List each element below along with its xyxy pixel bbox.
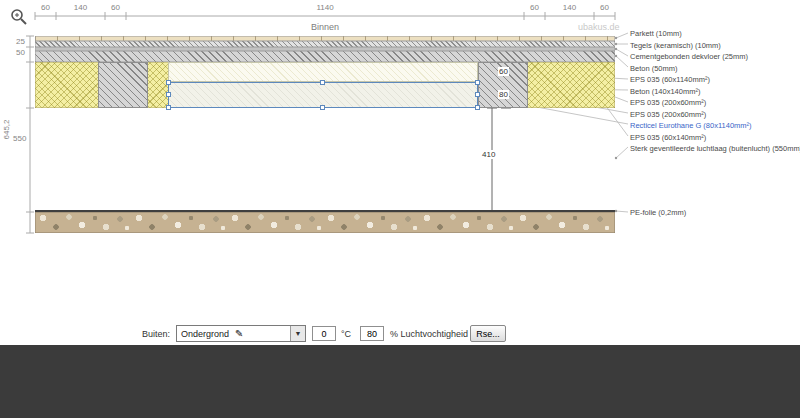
selection-handle[interactable] (166, 80, 171, 85)
label-eps-200x60-b[interactable]: EPS 035 (200x60mm²) (630, 110, 706, 119)
layer-ondergrond[interactable] (35, 212, 615, 233)
ruler-top-60c: 60 (530, 3, 539, 12)
layer-beton-column-left[interactable] (98, 62, 148, 108)
ruler-top-60d: 60 (600, 3, 609, 12)
ruler-top-1140: 1140 (316, 3, 333, 12)
dim-60: 60 (498, 67, 509, 76)
ruler-left-550: 550 (13, 134, 26, 143)
ruler-top-140b: 140 (563, 3, 576, 12)
selection-handle[interactable] (475, 92, 480, 97)
dim-410: 410 (481, 150, 496, 159)
outside-temperature-input[interactable] (312, 326, 336, 341)
label-eps-60x1140[interactable]: EPS 035 (60x1140mm²) (630, 75, 710, 84)
construction-canvas: ubakus.de 60 140 60 1140 60 140 60 Binne… (0, 0, 800, 345)
watermark: ubakus.de (578, 22, 620, 32)
label-recticel[interactable]: Recticel Eurothane G (80x1140mm²) (630, 121, 752, 130)
ruler-top-140a: 140 (74, 3, 87, 12)
buiten-material-value: Ondergrond (181, 329, 229, 339)
layer-eps-60x1140[interactable] (168, 62, 478, 82)
binnen-label: Binnen (311, 22, 339, 32)
ubakus-app: ubakus.de 60 140 60 1140 60 140 60 Binne… (0, 0, 800, 418)
temp-unit-label: °C (341, 329, 351, 339)
label-beton-140[interactable]: Beton (140x140mm²) (630, 87, 700, 96)
dim-80: 80 (498, 90, 509, 99)
selection-handle[interactable] (320, 105, 325, 110)
edit-pencil-icon[interactable]: ✎ (235, 328, 243, 339)
label-eps-200x60-a[interactable]: EPS 035 (200x60mm²) (630, 98, 706, 107)
selection-handle[interactable] (320, 80, 325, 85)
selection-handle[interactable] (166, 92, 171, 97)
buiten-label: Buiten: (142, 329, 170, 339)
label-luchtlaag[interactable]: Sterk geventileerde luchtlaag (buitenluc… (630, 144, 800, 153)
buiten-material-select[interactable]: Ondergrond✎ ▼ (176, 325, 306, 342)
ruler-left-50: 50 (16, 48, 25, 57)
label-beton-50[interactable]: Beton (50mm) (630, 64, 678, 73)
label-parkett[interactable]: Parkett (10mm) (630, 29, 682, 38)
results-panel: Rc = 4,015m²K/W Bouwbesluit 2015 Rc>3.5 … (0, 345, 800, 418)
label-eps-60x140[interactable]: EPS 035 (60x140mm²) (630, 133, 706, 142)
layer-beton-slab[interactable] (35, 51, 615, 62)
zoom-icon[interactable] (10, 8, 28, 26)
layer-recticel-selected[interactable] (168, 82, 478, 108)
label-tegels[interactable]: Tegels (keramisch) (10mm) (630, 41, 721, 50)
ruler-left-25: 25 (16, 37, 25, 46)
rse-button[interactable]: Rse... (470, 325, 506, 342)
ruler-top-60b: 60 (111, 3, 120, 12)
selection-handle[interactable] (166, 105, 171, 110)
select-chevron-down-icon[interactable]: ▼ (290, 326, 305, 341)
humidity-input[interactable] (360, 326, 384, 341)
selection-handle[interactable] (475, 105, 480, 110)
humidity-unit-label: % Luchtvochtigheid (390, 329, 468, 339)
label-pe-folie[interactable]: PE-folie (0,2mm) (630, 208, 686, 217)
selection-handle[interactable] (475, 80, 480, 85)
ruler-left-total: 645,2 (2, 119, 11, 139)
ruler-top-60a: 60 (41, 3, 50, 12)
label-dekvloer[interactable]: Cementgebonden dekvloer (25mm) (630, 52, 748, 61)
